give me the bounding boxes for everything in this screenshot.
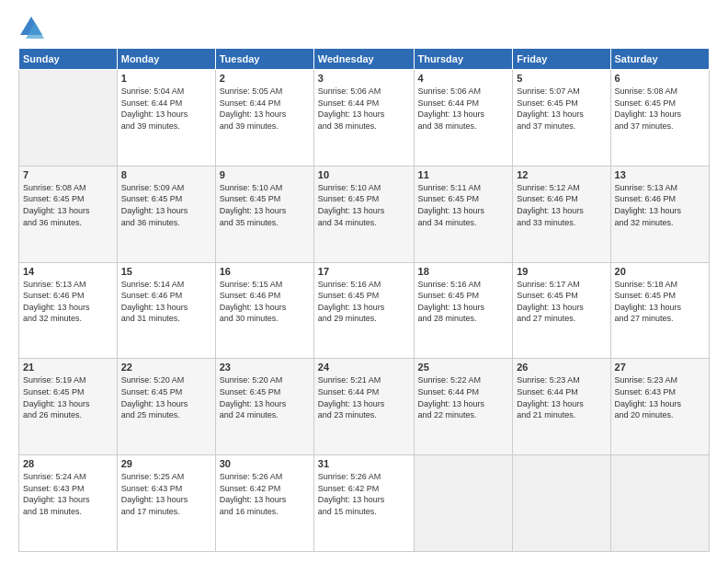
logo [18, 15, 48, 40]
calendar-cell: 14Sunrise: 5:13 AM Sunset: 6:46 PM Dayli… [19, 262, 118, 359]
week-row-5: 28Sunrise: 5:24 AM Sunset: 6:43 PM Dayli… [19, 455, 710, 552]
cell-content: Sunrise: 5:17 AM Sunset: 6:45 PM Dayligh… [517, 279, 606, 325]
day-number: 29 [121, 458, 211, 469]
day-number: 1 [121, 73, 211, 84]
calendar-cell: 10Sunrise: 5:10 AM Sunset: 6:45 PM Dayli… [313, 166, 414, 262]
day-header-tuesday: Tuesday [215, 49, 313, 70]
calendar-cell: 19Sunrise: 5:17 AM Sunset: 6:45 PM Dayli… [513, 262, 610, 359]
calendar-cell: 13Sunrise: 5:13 AM Sunset: 6:46 PM Dayli… [610, 166, 709, 262]
calendar-cell: 7Sunrise: 5:08 AM Sunset: 6:45 PM Daylig… [19, 166, 118, 262]
calendar-cell: 6Sunrise: 5:08 AM Sunset: 6:45 PM Daylig… [610, 70, 709, 167]
day-number: 10 [318, 169, 410, 180]
calendar-cell: 25Sunrise: 5:22 AM Sunset: 6:44 PM Dayli… [414, 359, 513, 455]
calendar-cell: 29Sunrise: 5:25 AM Sunset: 6:43 PM Dayli… [117, 455, 215, 552]
calendar-cell: 17Sunrise: 5:16 AM Sunset: 6:45 PM Dayli… [313, 262, 414, 359]
day-number: 20 [615, 266, 705, 277]
day-number: 28 [23, 458, 113, 469]
cell-content: Sunrise: 5:20 AM Sunset: 6:45 PM Dayligh… [121, 374, 211, 420]
cell-content: Sunrise: 5:13 AM Sunset: 6:46 PM Dayligh… [23, 279, 113, 325]
day-number: 3 [318, 73, 410, 84]
cell-content: Sunrise: 5:14 AM Sunset: 6:46 PM Dayligh… [121, 279, 211, 325]
day-number: 9 [220, 169, 310, 180]
cell-content: Sunrise: 5:23 AM Sunset: 6:43 PM Dayligh… [615, 374, 705, 420]
calendar-cell [19, 70, 118, 167]
calendar-cell: 27Sunrise: 5:23 AM Sunset: 6:43 PM Dayli… [610, 359, 709, 455]
cell-content: Sunrise: 5:06 AM Sunset: 6:44 PM Dayligh… [418, 86, 509, 132]
day-number: 25 [418, 362, 509, 373]
cell-content: Sunrise: 5:16 AM Sunset: 6:45 PM Dayligh… [418, 279, 509, 325]
day-number: 12 [517, 169, 606, 180]
day-header-sunday: Sunday [19, 49, 118, 70]
calendar-cell: 3Sunrise: 5:06 AM Sunset: 6:44 PM Daylig… [313, 70, 414, 167]
day-number: 7 [23, 169, 113, 180]
week-row-3: 14Sunrise: 5:13 AM Sunset: 6:46 PM Dayli… [19, 262, 710, 359]
cell-content: Sunrise: 5:07 AM Sunset: 6:45 PM Dayligh… [517, 86, 606, 132]
day-number: 21 [23, 362, 113, 373]
cell-content: Sunrise: 5:25 AM Sunset: 6:43 PM Dayligh… [121, 471, 211, 517]
calendar-table: SundayMondayTuesdayWednesdayThursdayFrid… [18, 48, 710, 552]
cell-content: Sunrise: 5:06 AM Sunset: 6:44 PM Dayligh… [318, 86, 410, 132]
calendar-cell: 12Sunrise: 5:12 AM Sunset: 6:46 PM Dayli… [513, 166, 610, 262]
day-number: 5 [517, 73, 606, 84]
calendar-cell [513, 455, 610, 552]
cell-content: Sunrise: 5:08 AM Sunset: 6:45 PM Dayligh… [23, 182, 113, 228]
day-header-monday: Monday [117, 49, 215, 70]
calendar-cell: 1Sunrise: 5:04 AM Sunset: 6:44 PM Daylig… [117, 70, 215, 167]
day-number: 26 [517, 362, 606, 373]
calendar-cell: 24Sunrise: 5:21 AM Sunset: 6:44 PM Dayli… [313, 359, 414, 455]
day-number: 17 [318, 266, 410, 277]
calendar-cell: 23Sunrise: 5:20 AM Sunset: 6:45 PM Dayli… [215, 359, 313, 455]
day-header-friday: Friday [513, 49, 610, 70]
day-header-thursday: Thursday [414, 49, 513, 70]
calendar-cell: 11Sunrise: 5:11 AM Sunset: 6:45 PM Dayli… [414, 166, 513, 262]
cell-content: Sunrise: 5:26 AM Sunset: 6:42 PM Dayligh… [220, 471, 310, 517]
calendar-cell: 21Sunrise: 5:19 AM Sunset: 6:45 PM Dayli… [19, 359, 118, 455]
cell-content: Sunrise: 5:12 AM Sunset: 6:46 PM Dayligh… [517, 182, 606, 228]
day-header-wednesday: Wednesday [313, 49, 414, 70]
day-number: 13 [615, 169, 705, 180]
day-number: 23 [220, 362, 310, 373]
calendar-cell: 5Sunrise: 5:07 AM Sunset: 6:45 PM Daylig… [513, 70, 610, 167]
cell-content: Sunrise: 5:10 AM Sunset: 6:45 PM Dayligh… [318, 182, 410, 228]
calendar-cell: 20Sunrise: 5:18 AM Sunset: 6:45 PM Dayli… [610, 262, 709, 359]
cell-content: Sunrise: 5:20 AM Sunset: 6:45 PM Dayligh… [220, 374, 310, 420]
calendar-cell: 16Sunrise: 5:15 AM Sunset: 6:46 PM Dayli… [215, 262, 313, 359]
cell-content: Sunrise: 5:16 AM Sunset: 6:45 PM Dayligh… [318, 279, 410, 325]
cell-content: Sunrise: 5:23 AM Sunset: 6:44 PM Dayligh… [517, 374, 606, 420]
week-row-1: 1Sunrise: 5:04 AM Sunset: 6:44 PM Daylig… [19, 70, 710, 167]
calendar-cell: 4Sunrise: 5:06 AM Sunset: 6:44 PM Daylig… [414, 70, 513, 167]
day-number: 14 [23, 266, 113, 277]
calendar-cell [414, 455, 513, 552]
calendar-cell: 8Sunrise: 5:09 AM Sunset: 6:45 PM Daylig… [117, 166, 215, 262]
day-number: 18 [418, 266, 509, 277]
calendar-cell: 22Sunrise: 5:20 AM Sunset: 6:45 PM Dayli… [117, 359, 215, 455]
day-header-saturday: Saturday [610, 49, 709, 70]
day-number: 4 [418, 73, 509, 84]
cell-content: Sunrise: 5:13 AM Sunset: 6:46 PM Dayligh… [615, 182, 705, 228]
calendar-cell: 9Sunrise: 5:10 AM Sunset: 6:45 PM Daylig… [215, 166, 313, 262]
calendar-cell: 26Sunrise: 5:23 AM Sunset: 6:44 PM Dayli… [513, 359, 610, 455]
header [18, 15, 710, 40]
cell-content: Sunrise: 5:18 AM Sunset: 6:45 PM Dayligh… [615, 279, 705, 325]
cell-content: Sunrise: 5:19 AM Sunset: 6:45 PM Dayligh… [23, 374, 113, 420]
day-number: 19 [517, 266, 606, 277]
calendar-cell: 30Sunrise: 5:26 AM Sunset: 6:42 PM Dayli… [215, 455, 313, 552]
cell-content: Sunrise: 5:24 AM Sunset: 6:43 PM Dayligh… [23, 471, 113, 517]
day-number: 24 [318, 362, 410, 373]
day-number: 8 [121, 169, 211, 180]
day-number: 2 [220, 73, 310, 84]
day-number: 15 [121, 266, 211, 277]
logo-icon [18, 15, 44, 40]
cell-content: Sunrise: 5:22 AM Sunset: 6:44 PM Dayligh… [418, 374, 509, 420]
calendar-cell [610, 455, 709, 552]
day-number: 16 [220, 266, 310, 277]
calendar-cell: 15Sunrise: 5:14 AM Sunset: 6:46 PM Dayli… [117, 262, 215, 359]
day-number: 22 [121, 362, 211, 373]
day-number: 31 [318, 458, 410, 469]
calendar-cell: 31Sunrise: 5:26 AM Sunset: 6:42 PM Dayli… [313, 455, 414, 552]
cell-content: Sunrise: 5:08 AM Sunset: 6:45 PM Dayligh… [615, 86, 705, 132]
cell-content: Sunrise: 5:11 AM Sunset: 6:45 PM Dayligh… [418, 182, 509, 228]
header-row: SundayMondayTuesdayWednesdayThursdayFrid… [19, 49, 710, 70]
cell-content: Sunrise: 5:21 AM Sunset: 6:44 PM Dayligh… [318, 374, 410, 420]
week-row-4: 21Sunrise: 5:19 AM Sunset: 6:45 PM Dayli… [19, 359, 710, 455]
